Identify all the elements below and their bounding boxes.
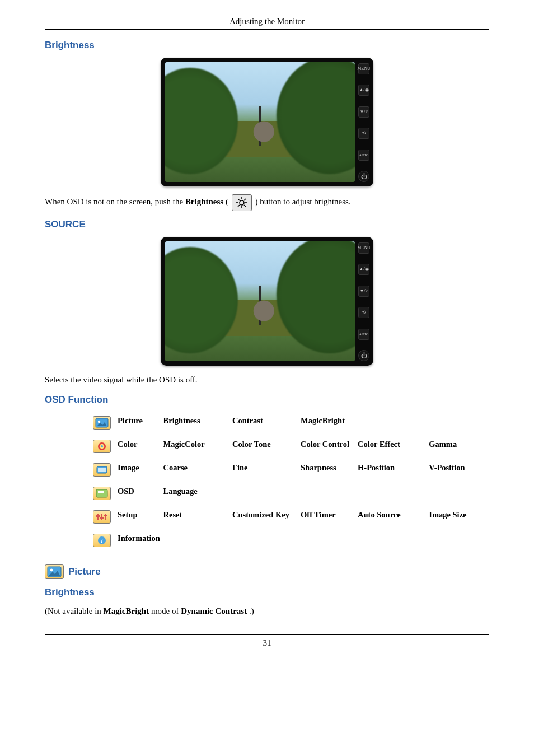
svg-rect-21: [100, 517, 104, 519]
osd-cell: Color Tone: [229, 436, 297, 459]
heading-brightness: Brightness: [45, 40, 489, 51]
header-rule: [45, 29, 489, 30]
osd-cell: Coarse: [160, 459, 229, 483]
monitor-screen: [165, 62, 355, 182]
osd-function-table: Picture Brightness Contrast MagicBright …: [90, 412, 489, 553]
osd-label: Picture: [114, 412, 160, 436]
osd-cell: Auto Source: [354, 506, 425, 530]
note-part1: (Not available in: [45, 606, 104, 615]
osd-cell: H-Position: [354, 459, 425, 483]
monitor-btn-enter: ⟲: [358, 307, 369, 318]
note-part3: .): [249, 606, 254, 615]
monitor-btn-auto: AUTO: [358, 329, 369, 340]
osd-cell: [354, 412, 425, 436]
osd-icon: [93, 487, 111, 500]
osd-label: Image: [114, 459, 160, 483]
osd-cell: MagicColor: [160, 436, 229, 459]
page-number: 31: [45, 638, 489, 648]
monitor-btn-menu: MENU: [358, 63, 369, 74]
osd-cell: Gamma: [425, 436, 489, 459]
osd-row-image: Image Coarse Fine Sharpness H-Position V…: [90, 459, 489, 483]
running-header: Adjusting the Monitor: [45, 17, 489, 26]
svg-rect-23: [104, 515, 107, 516]
heading-picture-text: Picture: [68, 566, 101, 577]
monitor-btn-auto: AUTO: [358, 150, 369, 161]
brightness-instruction: When OSD is not on the screen, push the …: [45, 194, 489, 211]
text-part2: (: [226, 197, 228, 206]
color-icon: [93, 440, 111, 453]
osd-cell: Color Control: [297, 436, 354, 459]
monitor-btn-power: ⏻: [358, 350, 369, 361]
setup-icon: [93, 510, 111, 524]
text-part3: ) button to adjust brightness.: [255, 197, 350, 206]
osd-label: Color: [114, 436, 160, 459]
osd-cell: Sharpness: [297, 459, 354, 483]
osd-row-color: Color MagicColor Color Tone Color Contro…: [90, 436, 489, 459]
monitor-screen: [165, 241, 355, 361]
osd-cell: Fine: [229, 459, 297, 483]
monitor-btn-up: ▲/◉: [358, 264, 369, 275]
svg-rect-19: [96, 515, 100, 517]
svg-line-8: [238, 205, 240, 207]
svg-line-5: [238, 199, 240, 200]
text-part1: When OSD is not on the screen, push the: [45, 197, 185, 206]
picture-icon: [45, 564, 64, 579]
svg-line-6: [244, 205, 246, 207]
osd-cell: Off Timer: [297, 506, 354, 530]
note-b2: Dynamic Contrast: [181, 606, 247, 615]
monitor-btn-down: ▼/⎚: [358, 286, 369, 297]
svg-point-27: [50, 568, 53, 571]
image-icon: [93, 463, 111, 477]
information-icon: i: [93, 534, 111, 547]
heading-osd-function: OSD Function: [45, 394, 489, 405]
svg-point-13: [101, 445, 103, 447]
osd-cell: [425, 412, 489, 436]
osd-cell: Color Effect: [354, 436, 425, 459]
osd-cell: Language: [160, 483, 229, 506]
source-instruction: Selects the video signal while the OSD i…: [45, 374, 489, 386]
osd-row-setup: Setup Reset Customized Key Off Timer Aut…: [90, 506, 489, 530]
svg-point-10: [98, 420, 100, 422]
heading-brightness-bottom: Brightness: [45, 587, 489, 598]
footer-rule: [45, 634, 489, 635]
osd-cell: MagicBright: [297, 412, 354, 436]
monitor-btn-enter: ⟲: [358, 128, 369, 139]
svg-line-7: [244, 199, 246, 200]
heading-source: SOURCE: [45, 219, 489, 230]
monitor-btn-power: ⏻: [358, 171, 369, 182]
osd-label: Setup: [114, 506, 160, 530]
brightness-icon: [232, 194, 252, 211]
brightness-note: (Not available in MagicBright mode of Dy…: [45, 605, 489, 618]
svg-rect-22: [105, 514, 106, 520]
heading-picture: Picture: [45, 564, 489, 579]
osd-cell: Brightness: [160, 412, 229, 436]
osd-row-picture: Picture Brightness Contrast MagicBright: [90, 412, 489, 436]
monitor-illustration-source: MENU ▲/◉ ▼/⎚ ⟲ AUTO ⏻: [161, 237, 373, 366]
monitor-side-buttons: MENU ▲/◉ ▼/⎚ ⟲ AUTO ⏻: [355, 241, 369, 361]
osd-cell: Contrast: [229, 412, 297, 436]
osd-row-osd: OSD Language: [90, 483, 489, 506]
osd-cell: V-Position: [425, 459, 489, 483]
svg-rect-17: [98, 491, 104, 493]
note-part2: mode of: [151, 606, 181, 615]
text-brightness-bold: Brightness: [185, 197, 223, 206]
svg-rect-15: [98, 468, 106, 472]
svg-point-0: [240, 200, 244, 205]
monitor-illustration-brightness: MENU ▲/◉ ▼/⎚ ⟲ AUTO ⏻: [161, 58, 373, 186]
monitor-btn-menu: MENU: [358, 242, 369, 254]
monitor-btn-down: ▼/⎚: [358, 106, 369, 118]
osd-label: OSD: [114, 483, 160, 506]
monitor-btn-up: ▲/◉: [358, 85, 369, 96]
osd-cell: Reset: [160, 506, 229, 530]
note-b1: MagicBright: [104, 606, 149, 615]
osd-cell: Customized Key: [229, 506, 297, 530]
osd-cell: Image Size: [425, 506, 489, 530]
osd-label: Information: [114, 530, 489, 553]
picture-icon: [93, 416, 111, 430]
monitor-side-buttons: MENU ▲/◉ ▼/⎚ ⟲ AUTO ⏻: [355, 62, 369, 182]
osd-row-information: i Information: [90, 530, 489, 553]
